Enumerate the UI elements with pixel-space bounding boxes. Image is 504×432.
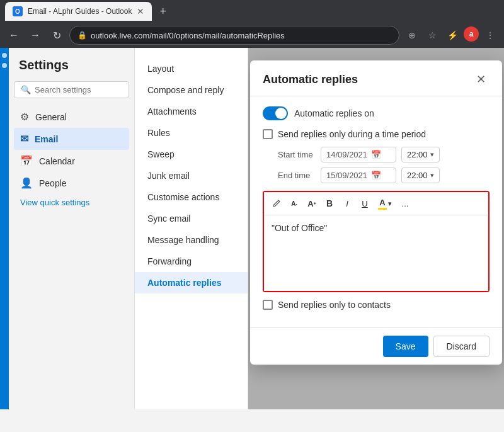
start-time-label: Start time (278, 150, 316, 159)
cast-icon[interactable]: ⊕ (403, 26, 421, 44)
strip-dot (2, 53, 7, 58)
modal-title: Automatic replies (263, 73, 358, 86)
outlook-strip (0, 48, 9, 409)
toggle-label: Automatic replies on (294, 108, 374, 118)
tab-close-button[interactable]: ✕ (137, 6, 144, 16)
reload-button[interactable]: ↻ (48, 26, 66, 44)
modal-footer: Save Discard (250, 327, 502, 365)
contacts-checkbox[interactable] (263, 300, 273, 310)
mid-nav-rules[interactable]: Rules (135, 122, 248, 144)
sidebar-item-email[interactable]: ✉ Email (14, 128, 129, 150)
end-time-chevron: ▾ (430, 171, 434, 179)
start-time-row: Start time 14/09/2021 📅 22:00 ▾ (278, 147, 490, 162)
mid-nav-sweep[interactable]: Sweep (135, 144, 248, 165)
sidebar-item-general-label: General (35, 112, 67, 122)
view-quick-settings-link[interactable]: View quick settings (14, 195, 129, 210)
lock-icon: 🔒 (77, 31, 87, 40)
mid-nav-junk[interactable]: Junk email (135, 165, 248, 186)
contacts-checkbox-label: Send replies only to contacts (278, 300, 391, 310)
toggle-row: Automatic replies on (263, 106, 490, 120)
search-icon: 🔍 (21, 85, 31, 94)
end-time-value-input[interactable]: 22:00 ▾ (401, 168, 440, 183)
sidebar-title: Settings (14, 58, 129, 72)
mid-nav-sync[interactable]: Sync email (135, 208, 248, 229)
modal-close-button[interactable]: ✕ (472, 71, 490, 88)
forward-button[interactable]: → (26, 26, 44, 44)
font-grow-button[interactable]: A+ (304, 196, 319, 211)
strip-dot-2 (2, 63, 7, 68)
bookmark-icon[interactable]: ☆ (423, 26, 441, 44)
search-box[interactable]: 🔍 (14, 81, 129, 98)
period-checkbox-label: Send replies only during a time period (278, 129, 426, 139)
main-content: Automatic replies ✕ Automatic replies on… (248, 48, 504, 409)
mid-nav-autoreplies[interactable]: Automatic replies (135, 272, 248, 293)
address-bar[interactable]: 🔒 outlook.live.com/mail/0/options/mail/a… (69, 26, 399, 45)
highlight-button[interactable]: A ▾ (375, 196, 395, 211)
discard-button[interactable]: Discard (433, 336, 490, 357)
tab-title: Email - ALphr Guides - Outlook (28, 7, 132, 16)
period-checkbox[interactable] (263, 129, 273, 139)
modal-body: Automatic replies on Send replies only d… (250, 96, 502, 327)
save-button[interactable]: Save (383, 336, 428, 357)
editor-body[interactable]: "Out of Office" (264, 215, 488, 291)
start-time-value: 22:00 (407, 150, 428, 159)
mid-nav-message[interactable]: Message handling (135, 229, 248, 251)
address-bar-row: ← → ↻ 🔒 outlook.live.com/mail/0/options/… (0, 23, 504, 48)
new-tab-button[interactable]: + (154, 5, 171, 18)
start-time-value-input[interactable]: 22:00 ▾ (401, 147, 440, 162)
italic-button[interactable]: I (340, 196, 355, 211)
font-shrink-button[interactable]: A- (287, 196, 302, 211)
editor-toolbar: A- A+ B I U A (264, 192, 488, 215)
sidebar-item-people-label: People (39, 178, 67, 188)
mid-nav-layout[interactable]: Layout (135, 58, 248, 79)
email-icon: ✉ (20, 133, 28, 145)
sidebar-item-calendar[interactable]: 📅 Calendar (14, 150, 129, 172)
underline-button[interactable]: U (357, 196, 372, 211)
app-container: Settings 🔍 ⚙ General ✉ Email 📅 Calendar … (0, 48, 504, 409)
end-calendar-icon: 📅 (371, 171, 381, 180)
start-date-input[interactable]: 14/09/2021 📅 (321, 147, 396, 162)
address-bar-actions: ⊕ ☆ ⚡ a ⋮ (403, 26, 499, 44)
end-time-row: End time 15/09/2021 📅 22:00 ▾ (278, 168, 490, 183)
end-time-label: End time (278, 171, 316, 180)
mid-nav-customise[interactable]: Customise actions (135, 186, 248, 208)
extensions-icon[interactable]: ⚡ (444, 26, 461, 44)
start-time-chevron: ▾ (430, 151, 434, 159)
end-date-value: 15/09/2021 (326, 171, 367, 180)
calendar-icon: 📅 (20, 155, 33, 167)
gear-icon: ⚙ (20, 111, 29, 123)
sidebar: Settings 🔍 ⚙ General ✉ Email 📅 Calendar … (9, 48, 135, 409)
search-input[interactable] (35, 85, 122, 94)
automatic-replies-toggle[interactable] (263, 106, 288, 120)
mid-nav-attachments[interactable]: Attachments (135, 101, 248, 122)
tab-favicon: O (13, 6, 23, 16)
highlight-icon: A (378, 198, 387, 210)
profile-avatar[interactable]: a (464, 26, 479, 42)
modal-header: Automatic replies ✕ (250, 60, 502, 96)
start-calendar-icon: 📅 (371, 150, 381, 159)
bold-button[interactable]: B (322, 196, 337, 211)
sidebar-item-calendar-label: Calendar (39, 156, 75, 166)
end-date-input[interactable]: 15/09/2021 📅 (321, 168, 396, 183)
period-checkbox-row: Send replies only during a time period (263, 129, 490, 139)
more-options-button[interactable]: ... (398, 196, 413, 211)
start-date-value: 14/09/2021 (326, 150, 367, 159)
contacts-checkbox-row: Send replies only to contacts (263, 300, 490, 310)
automatic-replies-modal: Automatic replies ✕ Automatic replies on… (250, 60, 502, 365)
back-button[interactable]: ← (5, 26, 23, 44)
mid-nav-compose[interactable]: Compose and reply (135, 79, 248, 101)
active-tab[interactable]: O Email - ALphr Guides - Outlook ✕ (5, 2, 152, 21)
end-time-value: 22:00 (407, 171, 428, 180)
sidebar-item-people[interactable]: 👤 People (14, 172, 129, 194)
editor-content: "Out of Office" (272, 223, 327, 233)
sidebar-item-email-label: Email (35, 134, 58, 144)
tab-bar: O Email - ALphr Guides - Outlook ✕ + (0, 0, 504, 23)
mid-nav: Layout Compose and reply Attachments Rul… (135, 48, 248, 409)
people-icon: 👤 (20, 177, 33, 189)
menu-button[interactable]: ⋮ (481, 26, 499, 44)
editor-container: A- A+ B I U A (263, 191, 490, 292)
format-button[interactable] (269, 196, 284, 211)
url-text: outlook.live.com/mail/0/options/mail/aut… (91, 31, 285, 40)
mid-nav-forwarding[interactable]: Forwarding (135, 251, 248, 272)
sidebar-item-general[interactable]: ⚙ General (14, 106, 129, 128)
